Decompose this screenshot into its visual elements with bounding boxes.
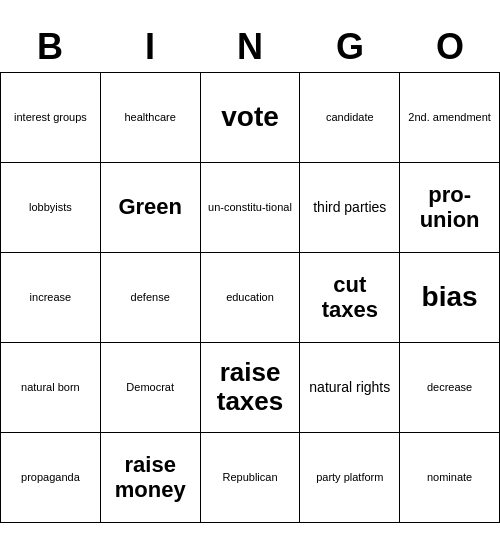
bingo-cell: nominate <box>400 432 500 522</box>
bingo-cell: party platform <box>300 432 400 522</box>
cell-label: lobbyists <box>4 201 97 214</box>
bingo-cell: bias <box>400 252 500 342</box>
cell-label: Green <box>104 194 197 219</box>
bingo-cell: un-constitu-tional <box>200 162 300 252</box>
bingo-cell: Republican <box>200 432 300 522</box>
header-i: I <box>100 22 200 72</box>
cell-label: un-constitu-tional <box>204 201 297 214</box>
cell-label: vote <box>204 102 297 133</box>
bingo-cell: vote <box>200 72 300 162</box>
cell-label: raise taxes <box>204 358 297 415</box>
bingo-cell: cut taxes <box>300 252 400 342</box>
cell-label: 2nd. amendment <box>403 111 496 124</box>
cell-label: candidate <box>303 111 396 124</box>
cell-label: Republican <box>204 471 297 484</box>
bingo-cell: lobbyists <box>1 162 101 252</box>
bingo-cell: Green <box>100 162 200 252</box>
bingo-cell: natural rights <box>300 342 400 432</box>
bingo-cell: natural born <box>1 342 101 432</box>
cell-label: pro-union <box>403 182 496 233</box>
cell-label: education <box>204 291 297 304</box>
table-row: lobbyistsGreenun-constitu-tionalthird pa… <box>1 162 500 252</box>
cell-label: bias <box>403 282 496 313</box>
header-n: N <box>200 22 300 72</box>
bingo-cell: 2nd. amendment <box>400 72 500 162</box>
cell-label: natural rights <box>303 379 396 395</box>
cell-label: raise money <box>104 452 197 503</box>
cell-label: natural born <box>4 381 97 394</box>
table-row: natural bornDemocratraise taxesnatural r… <box>1 342 500 432</box>
header-b: B <box>0 22 100 72</box>
table-row: interest groupshealthcarevotecandidate2n… <box>1 72 500 162</box>
bingo-cell: candidate <box>300 72 400 162</box>
cell-label: propaganda <box>4 471 97 484</box>
bingo-cell: Democrat <box>100 342 200 432</box>
bingo-cell: interest groups <box>1 72 101 162</box>
header-o: O <box>400 22 500 72</box>
cell-label: decrease <box>403 381 496 394</box>
bingo-cell: pro-union <box>400 162 500 252</box>
cell-label: party platform <box>303 471 396 484</box>
bingo-cell: healthcare <box>100 72 200 162</box>
bingo-grid: interest groupshealthcarevotecandidate2n… <box>0 72 500 523</box>
cell-label: increase <box>4 291 97 304</box>
cell-label: Democrat <box>104 381 197 394</box>
bingo-cell: raise taxes <box>200 342 300 432</box>
cell-label: third parties <box>303 199 396 215</box>
cell-label: nominate <box>403 471 496 484</box>
cell-label: healthcare <box>104 111 197 124</box>
bingo-header: B I N G O <box>0 22 500 72</box>
bingo-cell: decrease <box>400 342 500 432</box>
table-row: increasedefenseeducationcut taxesbias <box>1 252 500 342</box>
bingo-cell: defense <box>100 252 200 342</box>
bingo-cell: education <box>200 252 300 342</box>
bingo-cell: increase <box>1 252 101 342</box>
bingo-cell: raise money <box>100 432 200 522</box>
table-row: propagandaraise moneyRepublicanparty pla… <box>1 432 500 522</box>
cell-label: cut taxes <box>303 272 396 323</box>
header-g: G <box>300 22 400 72</box>
bingo-cell: propaganda <box>1 432 101 522</box>
bingo-cell: third parties <box>300 162 400 252</box>
cell-label: interest groups <box>4 111 97 124</box>
cell-label: defense <box>104 291 197 304</box>
